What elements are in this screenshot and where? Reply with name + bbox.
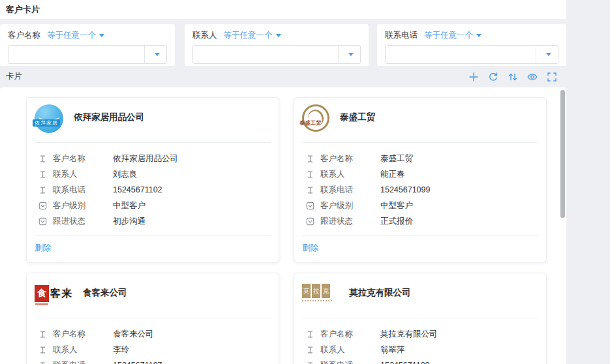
text-field-icon bbox=[38, 170, 47, 179]
chevron-down-icon[interactable] bbox=[536, 46, 558, 63]
field-row: 联系电话15245671102 bbox=[38, 182, 271, 198]
card-fields: 客户名称食客来公司联系人李玲联系电话15245671107 bbox=[27, 318, 279, 364]
field-row: 联系人刘志良 bbox=[38, 166, 271, 182]
text-field-icon bbox=[306, 346, 314, 354]
cards-section-title: 卡片 bbox=[6, 71, 22, 82]
filter-contact-phone: 联系电话 等于任意一个 bbox=[377, 24, 566, 66]
card-grid: 依拜家居依拜家居用品公司客户名称依拜家居用品公司联系人刘志良联系电话152456… bbox=[0, 87, 566, 364]
customer-name-select[interactable] bbox=[8, 45, 167, 64]
text-field-icon bbox=[306, 330, 314, 339]
field-row: 联系电话15245671100 bbox=[306, 357, 538, 364]
delete-link[interactable]: 删除 bbox=[294, 236, 326, 262]
field-row: 客户级别中型客户 bbox=[38, 198, 271, 213]
field-label: 跟进状态 bbox=[53, 216, 106, 227]
field-label: 联系人 bbox=[53, 169, 106, 180]
field-row: 联系电话15245671099 bbox=[306, 182, 538, 198]
sort-icon[interactable] bbox=[508, 72, 518, 82]
filter-operator-label: 等于任意一个 bbox=[47, 30, 96, 41]
filter-contact-person: 联系人 等于任意一个 bbox=[185, 24, 369, 66]
field-value: 莫拉克有限公司 bbox=[380, 329, 438, 340]
page-title: 客户卡片 bbox=[6, 4, 40, 16]
field-value: 李玲 bbox=[113, 344, 129, 356]
field-label: 联系电话 bbox=[53, 185, 106, 196]
customer-card[interactable]: 食客来食客来公司客户名称食客来公司联系人李玲联系电话15245671107删除 bbox=[26, 273, 279, 364]
field-row: 跟进状态正式报价 bbox=[306, 213, 538, 229]
filter-row: 客户名称 等于任意一个 联系人 等于任意一个 bbox=[0, 24, 566, 66]
fullscreen-icon[interactable] bbox=[547, 72, 557, 82]
field-row: 客户名称泰盛工贸 bbox=[306, 151, 538, 166]
field-label: 客户名称 bbox=[53, 329, 106, 340]
field-label: 联系人 bbox=[320, 169, 374, 180]
field-row: 客户名称食客来公司 bbox=[38, 326, 271, 342]
filter-label: 联系人 bbox=[192, 30, 217, 41]
chevron-down-icon bbox=[476, 34, 481, 37]
chevron-down-icon[interactable] bbox=[144, 46, 166, 63]
text-field-icon bbox=[306, 186, 314, 194]
select-field-icon bbox=[38, 202, 47, 210]
field-label: 联系人 bbox=[53, 344, 106, 356]
text-field-icon bbox=[38, 330, 47, 339]
refresh-icon[interactable] bbox=[488, 72, 498, 82]
field-row: 客户级别中型客户 bbox=[306, 198, 538, 213]
chevron-down-icon bbox=[276, 34, 281, 37]
field-value: 依拜家居用品公司 bbox=[113, 153, 178, 164]
field-row: 联系人能正春 bbox=[306, 166, 538, 182]
customer-card[interactable]: 依拜家居依拜家居用品公司客户名称依拜家居用品公司联系人刘志良联系电话152456… bbox=[26, 97, 279, 263]
text-field-icon bbox=[306, 155, 314, 163]
text-field-icon bbox=[306, 170, 314, 179]
company-logo: 莫拉克 bbox=[302, 284, 339, 305]
field-row: 联系人翁翠萍 bbox=[306, 342, 538, 357]
delete-link[interactable]: 删除 bbox=[27, 236, 59, 262]
text-field-icon bbox=[38, 346, 47, 354]
filter-label: 客户名称 bbox=[8, 30, 40, 41]
field-label: 客户级别 bbox=[320, 200, 374, 211]
customer-card[interactable]: 莫拉克莫拉克有限公司客户名称莫拉克有限公司联系人翁翠萍联系电话152456711… bbox=[294, 273, 547, 364]
contact-phone-select[interactable] bbox=[385, 45, 558, 64]
company-name: 食客来公司 bbox=[83, 287, 127, 299]
card-fields: 客户名称泰盛工贸联系人能正春联系电话15245671099客户级别中型客户跟进状… bbox=[294, 143, 546, 235]
card-header: 食客来食客来公司 bbox=[27, 273, 279, 318]
field-value: 正式报价 bbox=[380, 216, 413, 227]
chevron-down-icon[interactable] bbox=[338, 46, 360, 63]
card-header: 泰盛工贸泰盛工贸 bbox=[294, 98, 546, 142]
filter-operator-dropdown[interactable]: 等于任意一个 bbox=[47, 30, 104, 41]
field-label: 客户名称 bbox=[320, 329, 374, 340]
text-field-icon bbox=[306, 361, 314, 364]
company-logo: 泰盛工贸 bbox=[302, 104, 329, 132]
filter-label: 联系电话 bbox=[385, 30, 418, 41]
field-value: 刘志良 bbox=[113, 169, 138, 180]
field-row: 客户名称莫拉克有限公司 bbox=[306, 326, 538, 342]
cards-section-header: 卡片 bbox=[0, 66, 566, 87]
contact-person-select[interactable] bbox=[192, 45, 361, 64]
company-name: 泰盛工贸 bbox=[340, 112, 375, 123]
eye-icon[interactable] bbox=[527, 72, 538, 82]
divider bbox=[35, 235, 271, 236]
field-label: 联系人 bbox=[320, 344, 374, 356]
filter-operator-dropdown[interactable]: 等于任意一个 bbox=[424, 30, 481, 41]
field-row: 联系电话15245671107 bbox=[38, 357, 271, 364]
scrollbar[interactable] bbox=[560, 90, 565, 218]
select-field-icon bbox=[306, 217, 314, 226]
customer-card[interactable]: 泰盛工贸泰盛工贸客户名称泰盛工贸联系人能正春联系电话15245671099客户级… bbox=[294, 97, 547, 263]
field-label: 联系电话 bbox=[320, 185, 374, 196]
company-name: 莫拉克有限公司 bbox=[349, 287, 411, 299]
text-field-icon bbox=[38, 361, 47, 364]
add-icon[interactable] bbox=[468, 72, 479, 82]
card-header: 依拜家居依拜家居用品公司 bbox=[27, 98, 279, 142]
filter-operator-dropdown[interactable]: 等于任意一个 bbox=[224, 30, 281, 41]
field-row: 跟进状态初步沟通 bbox=[38, 213, 271, 229]
field-value: 泰盛工贸 bbox=[380, 153, 413, 164]
field-label: 客户名称 bbox=[53, 153, 106, 164]
card-fields: 客户名称依拜家居用品公司联系人刘志良联系电话15245671102客户级别中型客… bbox=[27, 143, 279, 235]
filter-operator-label: 等于任意一个 bbox=[224, 30, 273, 41]
field-value: 初步沟通 bbox=[113, 216, 145, 227]
title-bar: 客户卡片 bbox=[0, 0, 566, 20]
company-logo: 食客来 bbox=[35, 282, 72, 305]
select-field-icon bbox=[38, 217, 47, 226]
field-value: 中型客户 bbox=[380, 200, 413, 211]
field-label: 客户级别 bbox=[53, 200, 106, 211]
field-value: 食客来公司 bbox=[113, 329, 154, 340]
field-value: 15245671099 bbox=[380, 185, 430, 194]
field-label: 联系电话 bbox=[53, 360, 106, 364]
filter-customer-name: 客户名称 等于任意一个 bbox=[0, 24, 175, 66]
